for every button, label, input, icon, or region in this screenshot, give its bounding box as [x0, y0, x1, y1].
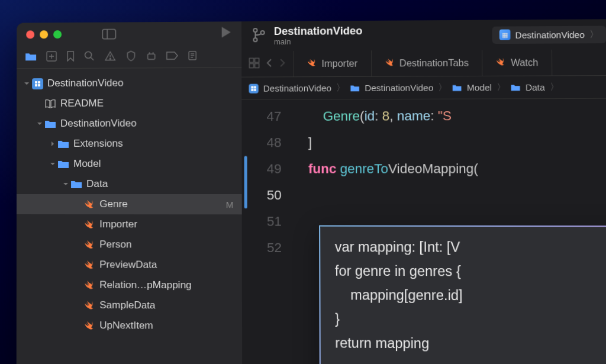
back-button[interactable] [266, 57, 273, 70]
tree-row-file[interactable]: Importer [17, 214, 242, 235]
tree-row-readme[interactable]: README [17, 93, 241, 114]
tree-label: Extensions [73, 137, 233, 150]
tree-row-folder[interactable]: DestinationVideo [17, 113, 241, 134]
tree-label: Person [99, 239, 233, 251]
breadcrumb-segment[interactable]: Data [526, 82, 545, 92]
traffic-lights [26, 30, 62, 38]
app-icon: ▦ [499, 30, 511, 40]
svg-rect-7 [148, 54, 155, 59]
tab-label: Importer [321, 58, 357, 69]
editor-header: DestinationVideo main ▦ DestinationVideo… [241, 19, 606, 51]
line-number: 50 [242, 182, 282, 208]
tree-label: UpNextItem [99, 320, 234, 332]
breakpoint-navigator-tab[interactable] [166, 51, 178, 62]
svg-rect-0 [102, 30, 115, 39]
swift-file-icon [385, 57, 394, 69]
tree-row-file[interactable]: SampleData [17, 295, 242, 316]
test-navigator-tab[interactable] [125, 50, 136, 63]
tree-row-file[interactable]: PreviewData [17, 255, 242, 275]
swift-file-icon [83, 300, 96, 311]
tree-row-file[interactable]: Relation…pMapping [17, 275, 242, 296]
svg-point-16 [253, 28, 257, 32]
chevron-down-icon[interactable] [22, 80, 31, 86]
folder-icon [57, 159, 70, 168]
swift-file-icon [83, 199, 96, 210]
sidebar-toggle-icon[interactable] [102, 29, 116, 40]
source-control-navigator-tab[interactable] [46, 51, 57, 64]
report-navigator-tab[interactable] [188, 50, 197, 63]
chevron-down-icon[interactable] [49, 161, 57, 167]
source-control-status: M [226, 199, 234, 210]
tab-importer[interactable]: Importer [294, 50, 372, 76]
svg-rect-14 [35, 84, 37, 86]
line-number: 51 [242, 208, 282, 234]
scheme-selector[interactable]: ▦ DestinationVideo 〉 [492, 25, 606, 44]
branch-name[interactable]: main [274, 37, 363, 47]
svg-rect-20 [255, 58, 259, 62]
tab-destinationtabs[interactable]: DestinationTabs [372, 50, 483, 76]
svg-rect-12 [35, 81, 37, 83]
forward-button[interactable] [279, 57, 286, 70]
chevron-right-icon: 〉 [497, 82, 506, 93]
project-navigator-tree: DestinationVideo README DestinationVideo… [17, 68, 242, 364]
swift-file-icon [83, 320, 96, 331]
svg-rect-21 [249, 63, 253, 67]
tree-row-folder[interactable]: Extensions [17, 133, 241, 154]
chevron-down-icon[interactable] [36, 121, 44, 127]
breadcrumb-segment[interactable]: Model [467, 82, 492, 92]
tree-row-folder[interactable]: Data [17, 174, 242, 194]
swift-file-icon [83, 259, 96, 270]
bookmark-navigator-tab[interactable] [66, 50, 75, 63]
svg-point-18 [261, 31, 265, 34]
project-navigator-tab[interactable] [25, 51, 37, 63]
minimize-window-button[interactable] [40, 30, 48, 38]
folder-icon [70, 179, 83, 188]
close-window-button[interactable] [26, 30, 34, 38]
code-completion-popup[interactable]: var mapping: [Int: [Vfor genre in genres… [319, 226, 606, 364]
suggestion-line: for genre in genres { [335, 259, 606, 284]
tree-row-file[interactable]: UpNextItem [17, 315, 242, 336]
readme-icon [44, 99, 57, 108]
debug-navigator-tab[interactable] [146, 50, 157, 63]
svg-rect-19 [249, 58, 253, 62]
project-icon [249, 83, 258, 93]
tree-label: DestinationVideo [60, 117, 233, 130]
line-number: 49 [242, 156, 282, 182]
tree-label: PreviewData [99, 259, 233, 271]
tab-label: Watch [511, 57, 538, 68]
folder-icon [452, 84, 462, 91]
tree-row-file-selected[interactable]: Genre M [17, 194, 242, 214]
tree-label: Importer [99, 218, 233, 230]
line-number: 52 [242, 235, 282, 262]
svg-point-17 [253, 38, 257, 41]
related-items-icon[interactable] [249, 57, 259, 70]
xcode-window: DestinationVideo README DestinationVideo… [17, 19, 606, 364]
chevron-down-icon[interactable] [62, 181, 70, 187]
jump-bar[interactable]: DestinationVideo 〉 DestinationVideo 〉 Mo… [241, 76, 606, 100]
tree-row-project[interactable]: DestinationVideo [17, 73, 241, 94]
line-gutter: 47 48 49 50 51 52 [241, 100, 294, 364]
folder-icon [57, 139, 70, 148]
zoom-window-button[interactable] [53, 30, 62, 38]
find-navigator-tab[interactable] [84, 50, 95, 63]
titlebar [17, 21, 241, 46]
issue-navigator-tab[interactable] [104, 50, 116, 63]
suggestion-line: } [335, 307, 606, 332]
breadcrumb-segment[interactable]: DestinationVideo [263, 83, 331, 94]
swift-file-icon [83, 279, 96, 290]
swift-file-icon [83, 219, 96, 230]
svg-line-4 [91, 57, 94, 60]
project-icon [32, 78, 43, 89]
run-button[interactable] [220, 25, 232, 41]
svg-point-3 [85, 51, 92, 58]
swift-file-icon [307, 57, 317, 69]
suggestion-line: return mapping [335, 331, 606, 356]
tree-row-file[interactable]: Person [17, 234, 242, 255]
tree-label: Model [73, 158, 233, 170]
chevron-right-icon[interactable] [49, 141, 57, 147]
tab-watch[interactable]: Watch [483, 50, 553, 76]
tree-row-folder[interactable]: Model [17, 153, 242, 174]
breadcrumb-segment[interactable]: DestinationVideo [365, 82, 433, 93]
svg-rect-22 [255, 63, 259, 67]
svg-rect-23 [251, 86, 253, 88]
